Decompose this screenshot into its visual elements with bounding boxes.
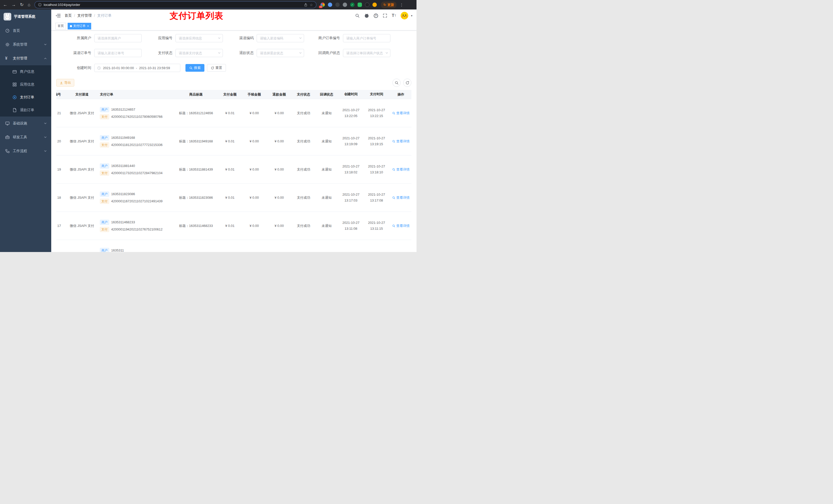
- notify-status-select[interactable]: [343, 49, 390, 57]
- cell-pay-channel: 微信 JSAPI 支付: [67, 111, 97, 116]
- logo[interactable]: 芋道管理系统: [0, 9, 51, 24]
- sidebar-item-label: 支付订单: [20, 95, 34, 100]
- chevron-down-icon[interactable]: ▾: [411, 14, 412, 18]
- bookmark-star-icon[interactable]: ☆: [310, 3, 313, 7]
- date-separator: -: [136, 66, 137, 70]
- cell-pay-status: 支付成功: [292, 223, 315, 228]
- back-icon[interactable]: ←: [3, 3, 7, 7]
- extension-icon[interactable]: [365, 3, 370, 7]
- refund-status-select[interactable]: [257, 49, 304, 57]
- annotation-title: 支付订单列表: [170, 11, 223, 21]
- channel-order-no-input[interactable]: [94, 49, 142, 57]
- fullscreen-icon[interactable]: [383, 13, 387, 18]
- target-icon: [12, 95, 17, 100]
- sidebar-item-infra[interactable]: 基础设施: [0, 117, 51, 130]
- cell-pay-channel: 微信 JSAPI 支付: [67, 195, 97, 200]
- reload-icon[interactable]: ↻: [20, 3, 24, 7]
- github-icon[interactable]: [364, 13, 369, 18]
- search-icon[interactable]: [355, 13, 360, 18]
- sidebar-item-app-info[interactable]: 应用信息: [0, 78, 51, 91]
- export-button[interactable]: 导出: [56, 79, 74, 87]
- browser-menu-icon[interactable]: ⋮: [400, 3, 403, 7]
- view-detail-link[interactable]: 查看详情: [392, 195, 410, 200]
- view-detail-link[interactable]: 查看详情: [392, 139, 410, 144]
- sidebar-item-dev-tools[interactable]: 研发工具: [0, 130, 51, 144]
- cell-pay-status: 支付成功: [292, 111, 315, 116]
- browser-chrome: ← → ↻ ⌂ localhost:1024/pay/order ☆ 10 ✓ …: [0, 0, 416, 9]
- owner-merchant-input[interactable]: [94, 34, 142, 42]
- tab-home[interactable]: 首页: [55, 23, 66, 29]
- font-size-icon[interactable]: TT: [392, 14, 396, 18]
- active-tab-dot: [70, 25, 72, 27]
- browser-update-button[interactable]: ↻ 更新: [381, 2, 397, 8]
- pay-status-label: 支付状态: [147, 51, 175, 55]
- cell-id: 17: [56, 224, 67, 228]
- magnifier-icon: [392, 224, 395, 227]
- cell-amount: ¥ 0.01: [218, 139, 242, 143]
- extension-icon[interactable]: [335, 3, 340, 7]
- extension-icon[interactable]: [343, 3, 347, 7]
- cell-action: 查看详情: [389, 195, 411, 200]
- breadcrumb-current: 支付订单: [97, 13, 112, 18]
- extension-icon[interactable]: [358, 3, 362, 7]
- create-time-range[interactable]: 2021-10-01 00:00:00 - 2021-10-31 23:59:5…: [94, 64, 180, 72]
- cell-create-time: 2021-10-2713:22:05: [338, 107, 364, 119]
- view-detail-link[interactable]: 查看详情: [392, 111, 410, 116]
- toggle-search-button[interactable]: [392, 79, 401, 87]
- merchant-order-no-input[interactable]: [343, 34, 390, 42]
- search-button[interactable]: 搜索: [186, 64, 205, 72]
- view-detail-link[interactable]: 查看详情: [392, 223, 410, 228]
- sidebar-item-refund-order[interactable]: 退款订单: [0, 104, 51, 117]
- reset-button[interactable]: 重置: [207, 64, 226, 72]
- grid-icon: [12, 82, 17, 87]
- close-icon[interactable]: ×: [87, 24, 89, 28]
- magnifier-icon: [392, 112, 395, 115]
- avatar[interactable]: [401, 12, 408, 20]
- sidebar-item-merchant-info[interactable]: 商户信息: [0, 65, 51, 78]
- sidebar-item-label: 研发工具: [13, 135, 27, 140]
- merchant-order-no: 1635311881440: [111, 164, 135, 168]
- help-icon[interactable]: ?: [374, 14, 378, 18]
- view-detail-link[interactable]: 查看详情: [392, 167, 410, 172]
- channel-code-field: [257, 34, 304, 42]
- sidebar-toggle-icon[interactable]: [55, 13, 61, 19]
- toolbox-icon: [5, 135, 10, 140]
- cell-notify-status: 未通知: [315, 139, 338, 144]
- share-icon[interactable]: [304, 3, 308, 7]
- app-id-select[interactable]: [175, 34, 223, 42]
- extension-icon[interactable]: [328, 3, 332, 7]
- extension-icon[interactable]: ✓: [350, 3, 355, 7]
- sidebar-item-workflow[interactable]: 工作流程: [0, 144, 51, 158]
- breadcrumb-home[interactable]: 首页: [65, 13, 72, 18]
- channel-code-select[interactable]: [257, 34, 304, 42]
- tab-pay-order[interactable]: 支付订单 ×: [68, 23, 91, 29]
- extension-icon[interactable]: 10: [320, 3, 325, 7]
- channel-code-label: 渠道编码: [228, 36, 257, 41]
- yen-icon: ¥: [5, 56, 10, 61]
- cell-pay-time: 2021-10-2713:11:15: [364, 220, 389, 231]
- sidebar-item-system[interactable]: 系统管理: [0, 38, 51, 51]
- sidebar-item-pay-order[interactable]: 支付订单: [0, 91, 51, 104]
- cell-id: 21: [56, 111, 67, 115]
- tab-label: 支付订单: [73, 24, 86, 28]
- extension-icon[interactable]: [373, 3, 377, 7]
- pay-status-select[interactable]: [175, 49, 223, 57]
- cell-notify-status: 未通知: [315, 167, 338, 172]
- magnifier-icon: [392, 196, 395, 199]
- cell-pay-time: 2021-10-2713:22:15: [364, 107, 389, 119]
- sidebar-item-pay[interactable]: ¥ 支付管理: [0, 51, 51, 65]
- refresh-table-button[interactable]: [403, 79, 411, 87]
- channel-order-no: 4200001173202110272847982104: [111, 171, 163, 175]
- forward-icon[interactable]: →: [11, 3, 16, 7]
- sidebar-item-home[interactable]: 首页: [0, 24, 51, 38]
- home-icon[interactable]: ⌂: [28, 3, 30, 7]
- chevron-down-icon: [44, 43, 47, 46]
- merchant-tag: 商户: [100, 107, 109, 112]
- search-label: 搜索: [194, 66, 200, 70]
- chevron-down-icon: [44, 136, 47, 139]
- view-detail-link[interactable]: 查看详情: [392, 252, 410, 252]
- cell-action: 查看详情: [389, 167, 411, 172]
- pay-status-field: [175, 49, 223, 57]
- logo-avatar: [4, 13, 11, 21]
- address-bar[interactable]: localhost:1024/pay/order ☆: [34, 1, 316, 8]
